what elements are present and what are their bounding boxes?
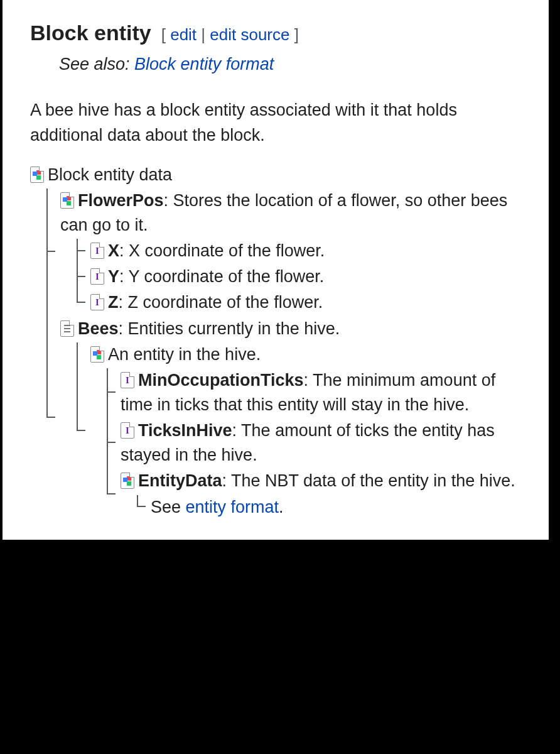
tree-node-minoccupation: MinOccupationTicks: The minimum amount o… <box>107 368 531 417</box>
tree-node-y: Y: Y coordinate of the flower. <box>77 265 531 289</box>
tree-node-z: Z: Z coordinate of the flower. <box>77 290 531 315</box>
tree-node-entity: An entity in the hive. MinOccupationTick… <box>77 342 531 520</box>
compound-icon <box>90 346 104 363</box>
compound-icon <box>60 192 74 209</box>
compound-icon <box>121 473 134 489</box>
tree-node-bees: Bees: Entities currently in the hive. An… <box>46 317 531 520</box>
section-heading: Block entity <box>30 18 151 48</box>
list-icon <box>60 320 74 337</box>
see-also-link[interactable]: Block entity format <box>134 55 274 74</box>
nbt-tree: Block entity data FlowerPos: Stores the … <box>30 163 531 520</box>
tree-node-flowerpos: FlowerPos: Stores the location of a flow… <box>46 188 531 315</box>
heading-row: Block entity [ edit | edit source ] <box>30 18 531 48</box>
intro-paragraph: A bee hive has a block entity associated… <box>30 98 531 147</box>
wiki-section: Block entity [ edit | edit source ] See … <box>3 0 549 540</box>
tree-node-entitydata: EntityData: The NBT data of the entity i… <box>107 469 531 519</box>
int-icon <box>121 422 134 439</box>
see-also: See also: Block entity format <box>59 52 531 77</box>
int-icon <box>121 372 134 388</box>
tree-node-x: X: X coordinate of the flower. <box>77 239 531 263</box>
int-icon <box>90 268 104 285</box>
edit-source-link[interactable]: edit source <box>210 25 289 44</box>
edit-links: [ edit | edit source ] <box>161 23 299 47</box>
tree-node-see-entity-format: See entity format. <box>137 495 531 520</box>
tree-node-ticksinhive: TicksInHive: The amount of ticks the ent… <box>107 418 531 467</box>
tree-root: Block entity data FlowerPos: Stores the … <box>30 163 531 520</box>
int-icon <box>90 294 104 310</box>
int-icon <box>90 243 104 259</box>
entity-format-link[interactable]: entity format <box>186 498 279 516</box>
compound-icon <box>30 167 44 183</box>
edit-link[interactable]: edit <box>170 25 197 44</box>
